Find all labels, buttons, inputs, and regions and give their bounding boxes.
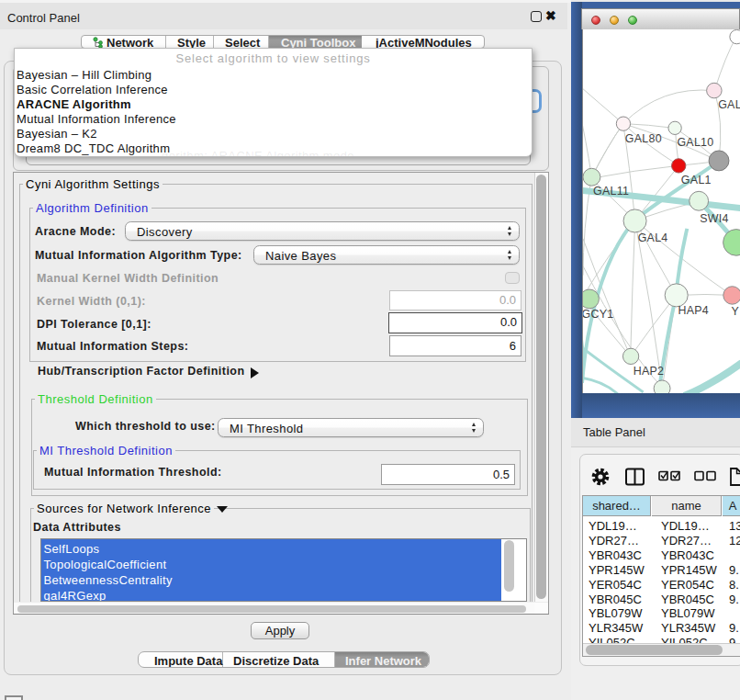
svg-text:GAL80: GAL80: [625, 132, 662, 145]
svg-text:HAP4: HAP4: [678, 304, 709, 317]
svg-text:GAL10: GAL10: [677, 136, 713, 149]
svg-text:HAP2: HAP2: [633, 365, 665, 378]
svg-text:GAL7: GAL7: [718, 98, 740, 111]
svg-text:GAL4: GAL4: [638, 231, 668, 244]
svg-text:GAL11: GAL11: [593, 185, 629, 198]
svg-text:GCY1: GCY1: [582, 308, 613, 321]
svg-text:Y: Y: [732, 305, 740, 318]
svg-text:SWI4: SWI4: [700, 212, 729, 225]
svg-text:GAL1: GAL1: [681, 174, 712, 186]
